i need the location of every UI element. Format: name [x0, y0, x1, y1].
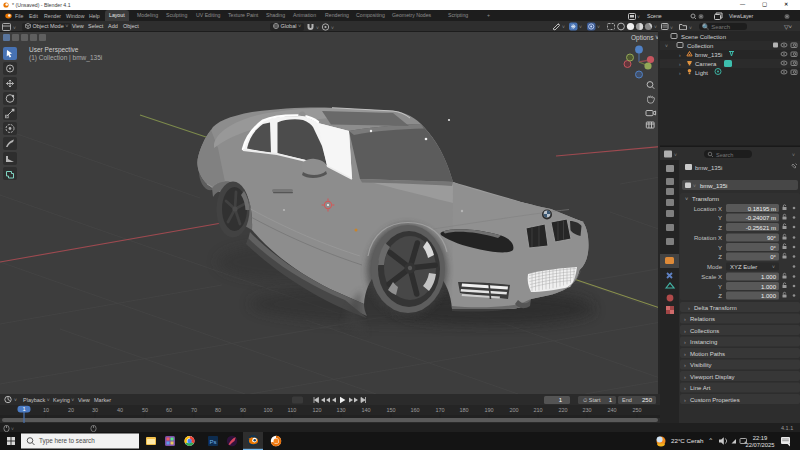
- svg-text:80: 80: [215, 407, 221, 413]
- svg-text:Ps: Ps: [210, 439, 217, 445]
- svg-text:Z: Z: [718, 225, 722, 231]
- svg-text:Viewport Display: Viewport Display: [690, 374, 735, 380]
- svg-text:Visibility: Visibility: [690, 362, 712, 368]
- svg-text:Rotation X: Rotation X: [694, 235, 722, 241]
- svg-text:˅: ˅: [792, 152, 795, 158]
- svg-text:-0.24007 m: -0.24007 m: [746, 215, 776, 221]
- svg-text:›: ›: [684, 397, 686, 403]
- svg-text:Options ˅: Options ˅: [631, 34, 659, 42]
- svg-text:22°C Cerah: 22°C Cerah: [671, 437, 704, 444]
- svg-text:50: 50: [142, 407, 148, 413]
- svg-text:Y: Y: [718, 284, 722, 290]
- svg-text:User Perspective: User Perspective: [29, 46, 79, 54]
- svg-text:0°: 0°: [770, 245, 776, 251]
- svg-text:˅: ˅: [693, 183, 696, 189]
- svg-text:˅: ˅: [11, 426, 14, 432]
- svg-text:Motion Paths: Motion Paths: [690, 351, 725, 357]
- svg-text:250: 250: [642, 397, 653, 403]
- svg-text:›: ›: [684, 385, 686, 391]
- svg-text:200: 200: [509, 407, 518, 413]
- svg-text:Search: Search: [716, 152, 733, 158]
- svg-text:˅: ˅: [689, 25, 692, 31]
- svg-text:140: 140: [361, 407, 370, 413]
- svg-text:˅: ˅: [331, 24, 334, 30]
- svg-text:˅: ˅: [674, 152, 677, 158]
- svg-text:Transform: Transform: [692, 196, 719, 202]
- svg-text:60: 60: [166, 407, 172, 413]
- svg-text:Delta Transform: Delta Transform: [694, 305, 737, 311]
- svg-text:˅: ˅: [579, 24, 582, 30]
- svg-text:›: ›: [684, 351, 686, 357]
- svg-text:100: 100: [263, 407, 272, 413]
- svg-text:˅: ˅: [316, 24, 319, 30]
- svg-text:›: ›: [684, 374, 686, 380]
- svg-text:˅: ˅: [685, 196, 688, 202]
- svg-text:bmw_135i: bmw_135i: [695, 165, 722, 171]
- svg-text:1.000: 1.000: [761, 284, 777, 290]
- svg-text:˅: ˅: [13, 25, 16, 31]
- svg-text:›: ›: [684, 316, 686, 322]
- svg-text:Keying ˅: Keying ˅: [53, 397, 74, 403]
- svg-text:1.000: 1.000: [761, 274, 777, 280]
- svg-text:160: 160: [410, 407, 419, 413]
- svg-text:˅: ˅: [772, 264, 775, 270]
- svg-text:⏱ Start: ⏱ Start: [583, 397, 601, 403]
- svg-text:˅: ˅: [14, 397, 17, 403]
- svg-text:˅: ˅: [665, 43, 668, 49]
- svg-text:˅: ˅: [597, 24, 600, 30]
- svg-text:-0.25621 m: -0.25621 m: [746, 225, 776, 231]
- svg-text:Location X: Location X: [694, 206, 722, 212]
- svg-text:Playback ˅: Playback ˅: [23, 397, 50, 403]
- svg-text:240: 240: [607, 407, 616, 413]
- svg-text:220: 220: [558, 407, 567, 413]
- svg-text:1: 1: [22, 406, 25, 412]
- svg-text:›: ›: [684, 362, 686, 368]
- svg-text:View: View: [78, 397, 90, 403]
- svg-text:bmw_135i: bmw_135i: [700, 183, 727, 189]
- svg-text:Z: Z: [718, 254, 722, 260]
- svg-text:170: 170: [435, 407, 444, 413]
- svg-text:˅: ˅: [637, 14, 640, 20]
- svg-text:40: 40: [117, 407, 123, 413]
- svg-text:90°: 90°: [767, 235, 777, 241]
- svg-text:190: 190: [484, 407, 493, 413]
- svg-text:70: 70: [191, 407, 197, 413]
- svg-text:110: 110: [288, 407, 297, 413]
- svg-text:Line Art: Line Art: [690, 385, 711, 391]
- svg-text:Y: Y: [718, 245, 722, 251]
- svg-text:˅: ˅: [562, 24, 565, 30]
- svg-text:⌃: ⌃: [708, 437, 713, 444]
- svg-text:230: 230: [582, 407, 591, 413]
- svg-text:130: 130: [336, 407, 345, 413]
- svg-text:Collection: Collection: [687, 43, 713, 49]
- svg-text:Scale X: Scale X: [701, 274, 722, 280]
- svg-text:Z: Z: [718, 293, 722, 299]
- svg-text:(1) Collection | bmw_135i: (1) Collection | bmw_135i: [29, 54, 102, 62]
- svg-text:XYZ Euler: XYZ Euler: [730, 264, 757, 270]
- svg-text:Marker: Marker: [94, 397, 111, 403]
- svg-text:90: 90: [240, 407, 246, 413]
- svg-text:210: 210: [533, 407, 542, 413]
- svg-text:150: 150: [386, 407, 395, 413]
- svg-text:10: 10: [43, 407, 49, 413]
- svg-text:22/07/2025: 22/07/2025: [745, 442, 774, 448]
- svg-text:Scene Collection: Scene Collection: [681, 34, 726, 40]
- svg-text:Instancing: Instancing: [690, 339, 717, 345]
- svg-text:›: ›: [684, 339, 686, 345]
- svg-text:Relations: Relations: [690, 316, 715, 322]
- svg-text:0.18195 m: 0.18195 m: [748, 206, 776, 212]
- svg-text:Light: Light: [695, 70, 708, 76]
- svg-text:180: 180: [459, 407, 468, 413]
- svg-text:Type here to search: Type here to search: [39, 437, 95, 445]
- svg-text:120: 120: [312, 407, 321, 413]
- svg-text:1.000: 1.000: [761, 293, 777, 299]
- svg-text:250: 250: [632, 407, 641, 413]
- svg-text:Y: Y: [718, 215, 722, 221]
- svg-text:˅: ˅: [654, 24, 657, 30]
- svg-text:30: 30: [92, 407, 98, 413]
- svg-text:›: ›: [684, 328, 686, 334]
- svg-text:˅: ˅: [670, 25, 673, 31]
- svg-text:Camera: Camera: [695, 61, 717, 67]
- svg-text:0°: 0°: [770, 254, 776, 260]
- svg-text:bmw_135i: bmw_135i: [695, 52, 722, 58]
